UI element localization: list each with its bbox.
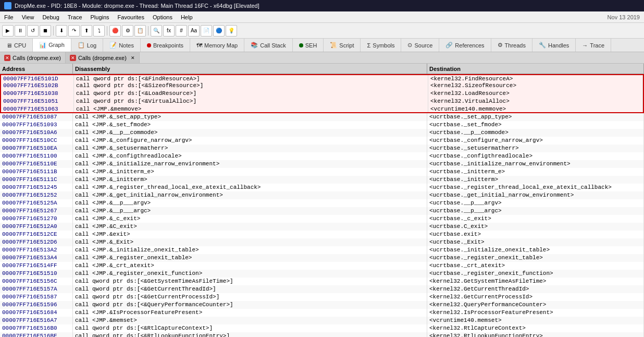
cell-address: 00007FF716E513A2	[0, 246, 73, 254]
tab-symbols[interactable]: Σ Symbols	[361, 39, 401, 52]
table-row[interactable]: 00007FF716E5102Bcall qword ptr ds:[<&Siz…	[0, 82, 644, 90]
table-row[interactable]: 00007FF716E5156Ccall qword ptr ds:[<&Get…	[0, 278, 644, 285]
cell-address: 00007FF716E51245	[0, 184, 73, 191]
memmap-icon: 🗺	[196, 42, 202, 49]
table-row[interactable]: 00007FF716E51587call qword ptr ds:[<&Get…	[0, 293, 644, 301]
doctab-1[interactable]: ✕ Calls (dropme.exe)	[0, 52, 66, 63]
table-row[interactable]: 00007FF716E513A2call <JMP.&_initialize_o…	[0, 246, 644, 254]
table-row[interactable]: 00007FF716E510A6call <JMP.&__p__commode>…	[0, 129, 644, 137]
table-row[interactable]: 00007FF716E51038call qword ptr ds:[<&Loa…	[0, 90, 644, 98]
tab-references[interactable]: 🔗 References	[439, 39, 491, 52]
toolbar-search[interactable]: 🔍	[151, 25, 162, 37]
table-row[interactable]: 00007FF716E51684call <JMP.&IsProcessorFe…	[0, 309, 644, 317]
table-row[interactable]: 00007FF716E51596call qword ptr ds:[<&Que…	[0, 301, 644, 309]
table-row[interactable]: 00007FF716E516BEcall qword ptr ds:[<&Rtl…	[0, 332, 644, 337]
table-row[interactable]: 00007FF716E51087call <JMP.&_set_app_type…	[0, 113, 644, 121]
toolbar-expr[interactable]: fx	[163, 25, 175, 37]
table-row[interactable]: 00007FF716E516B0call qword ptr ds:[<&Rtl…	[0, 324, 644, 332]
toolbar-step-over[interactable]: ↷	[68, 25, 80, 37]
cell-disasm: call <JMP.&_register_onexit_function>	[73, 270, 427, 278]
table-row[interactable]: 00007FF716E5157Acall qword ptr ds:[<&Get…	[0, 285, 644, 293]
tab-cpu[interactable]: 🖥 CPU	[0, 39, 33, 52]
doctab-2-close[interactable]: ✕	[70, 55, 76, 61]
tab-trace[interactable]: → Trace	[576, 39, 611, 52]
table-body[interactable]: 00007FF716E5101Dcall qword ptr ds:[<&Fin…	[0, 74, 644, 337]
table-row[interactable]: 00007FF716E5110Ecall <JMP.&_initialize_n…	[0, 160, 644, 168]
table-row[interactable]: 00007FF716E5111Ccall <JMP.&_initterm><uc…	[0, 176, 644, 184]
tab-script[interactable]: 📜 Script	[324, 39, 361, 52]
table-row[interactable]: 00007FF716E51245call <JMP.&_register_thr…	[0, 184, 644, 191]
table-row[interactable]: 00007FF716E512A0call <JMP.&C_exit><ucrtb…	[0, 223, 644, 231]
table-row[interactable]: 00007FF716E51051call qword ptr ds:[<&Vir…	[0, 98, 644, 105]
doctab-1-close[interactable]: ✕	[4, 55, 10, 61]
menu-view[interactable]: View	[18, 11, 39, 22]
toolbar-log[interactable]: 📋	[134, 25, 146, 37]
doctab-2[interactable]: ✕ Calls (dropme.exe) ✕	[66, 52, 140, 63]
table-row[interactable]: 00007FF716E5101Dcall qword ptr ds:[<&Fin…	[0, 74, 644, 82]
tab-call-stack[interactable]: 📚 Call Stack	[244, 39, 293, 52]
table-row[interactable]: 00007FF716E51270call <JMP.&_c_exit><ucrt…	[0, 215, 644, 223]
toolbar-stop[interactable]: ⏹	[40, 25, 51, 37]
toolbar-run-to[interactable]: ⤵	[93, 25, 105, 37]
toolbar-patch[interactable]: 🔵	[213, 25, 225, 37]
cell-disasm: call <JMP.&__p___argv>	[73, 199, 427, 207]
cell-dest: <kernel32.GetSystemTimeAsFileTime>	[427, 278, 644, 285]
menu-debug[interactable]: Debug	[38, 11, 63, 22]
table-header: Address Disassembly Destination	[0, 64, 644, 74]
cell-address: 00007FF716E512A0	[0, 223, 73, 231]
toolbar-options[interactable]: ⚙	[122, 25, 133, 37]
tab-memory-map[interactable]: 🗺 Memory Map	[190, 39, 244, 52]
cell-disasm: call <JMP.&IsProcessorFeaturePresent>	[73, 309, 427, 317]
toolbar-step-into[interactable]: ⬇	[56, 25, 67, 37]
menu-file[interactable]: File	[0, 11, 18, 22]
cell-disasm: call <JMP.&_set_app_type>	[73, 113, 427, 121]
cell-address: 00007FF716E510A6	[0, 129, 73, 137]
table-row[interactable]: 00007FF716E516A7call <JMP.&memset><vcrun…	[0, 317, 644, 324]
cell-dest: <ucrtbase._Exit>	[427, 238, 644, 246]
tab-graph[interactable]: 📊 Graph	[33, 39, 71, 52]
toolbar-hash[interactable]: #	[176, 25, 187, 37]
table-row[interactable]: 00007FF716E51267call <JMP.&__p___argc><u…	[0, 207, 644, 215]
menu-help[interactable]: Help	[177, 11, 197, 22]
cell-disasm: call <JMP.&_set_fmode>	[73, 121, 427, 129]
doctab-2-close-x[interactable]: ✕	[131, 55, 135, 61]
table-row[interactable]: 00007FF716E51510call <JMP.&_register_one…	[0, 270, 644, 278]
toolbar-pause[interactable]: ⏸	[15, 25, 26, 37]
menu-favourites[interactable]: Favourites	[114, 11, 148, 22]
toolbar-light[interactable]: 💡	[226, 25, 237, 37]
toolbar-bp[interactable]: 🔴	[109, 25, 121, 37]
toolbar-mem[interactable]: 📄	[201, 25, 212, 37]
cell-dest: <kernel32.VirtualAlloc>	[428, 98, 643, 105]
cell-disasm: call <JMP.&_initterm_e>	[73, 168, 427, 176]
table-row[interactable]: 00007FF716E512D6call <JMP.&_Exit><ucrtba…	[0, 238, 644, 246]
cell-disasm: call qword ptr ds:[<&RtlLookupFunctionEn…	[73, 332, 427, 337]
toolbar-run[interactable]: ▶	[2, 25, 14, 37]
table-row[interactable]: 00007FF716E51100call <JMP.&_configthread…	[0, 152, 644, 160]
tab-threads[interactable]: ⚙ Threads	[491, 39, 532, 52]
toolbar-restart[interactable]: ↺	[27, 25, 39, 37]
table-row[interactable]: 00007FF716E510EAcall <JMP.&_setusermathe…	[0, 145, 644, 152]
tab-notes[interactable]: 📝 Notes	[103, 39, 141, 52]
table-row[interactable]: 00007FF716E51252call <JMP.&_get_initial_…	[0, 191, 644, 199]
table-row[interactable]: 00007FF716E5111Bcall <JMP.&_initterm_e><…	[0, 168, 644, 176]
table-row[interactable]: 00007FF716E513A4call <JMP.&_register_one…	[0, 254, 644, 262]
menu-options[interactable]: Options	[148, 11, 177, 22]
tab-handles[interactable]: 🔧 Handles	[532, 39, 576, 52]
script-icon: 📜	[330, 42, 337, 49]
menu-plugins[interactable]: Plugins	[86, 11, 114, 22]
menu-trace[interactable]: Trace	[64, 11, 86, 22]
table-row[interactable]: 00007FF716E512CEcall <JMP.&exit><ucrtbas…	[0, 231, 644, 238]
tab-seh[interactable]: SEH	[293, 39, 324, 52]
table-row[interactable]: 00007FF716E510CCcall <JMP.&_configure_na…	[0, 137, 644, 145]
tab-source[interactable]: ⊙ Source	[401, 39, 439, 52]
tab-breakpoints[interactable]: Breakpoints	[141, 39, 190, 52]
toolbar-aa[interactable]: Aa	[188, 25, 200, 37]
cell-address: 00007FF716E514FF	[0, 262, 73, 270]
tab-log[interactable]: 📋 Log	[71, 39, 103, 52]
table-row[interactable]: 00007FF716E51093call <JMP.&_set_fmode><u…	[0, 121, 644, 129]
table-row[interactable]: 00007FF716E5125Acall <JMP.&__p___argv><u…	[0, 199, 644, 207]
table-row[interactable]: 00007FF716E51063call <JMP.&memmove><vcru…	[0, 105, 644, 113]
table-row[interactable]: 00007FF716E514FFcall <JMP.&_crt_atexit><…	[0, 262, 644, 270]
notes-icon: 📝	[109, 42, 117, 49]
toolbar-step-out[interactable]: ⬆	[81, 25, 92, 37]
